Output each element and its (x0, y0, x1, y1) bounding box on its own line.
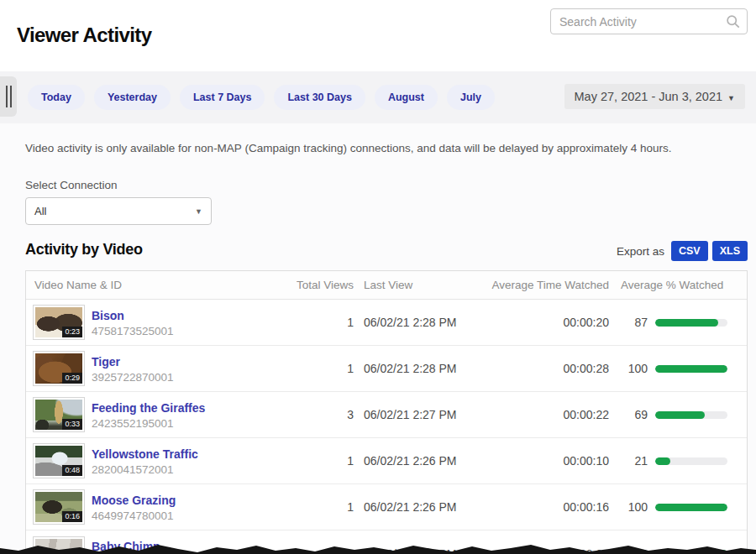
col-avg-time: Average Time Watched (466, 279, 609, 291)
section-title: Activity by Video (25, 241, 143, 258)
avg-time-watched-value: 00:00:05 (466, 547, 609, 554)
total-views-value: 3 (278, 408, 354, 421)
avg-time-watched-value: 00:00:20 (466, 316, 609, 329)
last-view-value: 06/02/21 2:28 PM (354, 316, 466, 329)
video-name-link[interactable]: Bison (92, 309, 124, 322)
search-box (550, 8, 748, 34)
pct-progress-track (655, 365, 727, 373)
video-thumbnail[interactable]: 0:16 (33, 489, 85, 525)
avg-pct-cell: 100 (609, 547, 735, 554)
date-filter-pills: TodayYesterdayLast 7 DaysLast 30 DaysAug… (28, 85, 495, 110)
pct-progress-fill (655, 550, 727, 554)
col-last-view: Last View (354, 279, 466, 291)
avg-pct-value: 100 (621, 362, 648, 375)
video-cell: 0:23 Bison 4758173525001 (26, 305, 278, 340)
total-views-value: 1 (278, 316, 354, 329)
last-view-value: 06/02/21 2:28 PM (354, 362, 466, 375)
col-video-name: Video Name & ID (26, 279, 278, 291)
date-range-label: May 27, 2021 - Jun 3, 2021 (575, 90, 723, 103)
pct-progress-track (655, 504, 727, 511)
avg-time-watched-value: 00:00:28 (466, 362, 609, 375)
avg-pct-cell: 69 (609, 408, 735, 421)
video-thumbnail[interactable]: 0:48 (33, 443, 85, 478)
video-thumbnail[interactable] (33, 536, 85, 554)
video-id: 4758173525001 (92, 325, 174, 337)
pct-progress-fill (655, 457, 670, 465)
chevron-down-icon: ▼ (727, 94, 735, 102)
date-range-selector[interactable]: May 27, 2021 - Jun 3, 2021▼ (564, 84, 745, 109)
delay-notice-text: Video activity is only available for non… (25, 142, 671, 154)
pct-progress-fill (655, 411, 705, 419)
filter-pill-last-30-days[interactable]: Last 30 Days (274, 85, 365, 110)
thumbnail-image (35, 539, 82, 554)
filter-pill-last-7-days[interactable]: Last 7 Days (180, 85, 265, 110)
table-row: 0:16 Moose Grazing 4649974780001 1 06/02… (26, 484, 747, 530)
export-csv-button[interactable]: CSV (671, 241, 708, 261)
video-cell: 0:48 Yellowstone Traffic 2820041572001 (26, 443, 278, 478)
pct-progress-fill (655, 365, 727, 373)
page-title: Viewer Activity (17, 24, 151, 47)
video-id: 3925722870001 (92, 371, 174, 384)
avg-pct-value: 100 (621, 547, 648, 554)
filter-pill-today[interactable]: Today (28, 85, 85, 110)
avg-time-watched-value: 00:00:22 (466, 408, 609, 421)
connection-select[interactable]: All ▼ (25, 197, 212, 225)
pct-progress-track (655, 411, 727, 419)
search-icon[interactable] (726, 14, 740, 29)
search-input[interactable] (550, 8, 748, 34)
main-content: Video activity is only available for non… (0, 123, 756, 554)
duration-badge: 0:29 (62, 373, 82, 384)
pct-progress-fill (655, 319, 718, 327)
video-id: 2423552195001 (92, 417, 205, 430)
video-thumbnail[interactable]: 0:23 (33, 305, 85, 340)
video-name-link[interactable]: Tiger (92, 355, 120, 368)
avg-pct-cell: 87 (609, 316, 735, 329)
pct-progress-track (655, 550, 727, 554)
chevron-down-icon: ▼ (195, 207, 202, 216)
table-row: 0:33 Feeding the Giraffes 2423552195001 … (26, 392, 747, 438)
col-avg-pct: Average % Watched (609, 279, 735, 291)
video-name-link[interactable]: Moose Grazing (92, 494, 176, 507)
table-row: 0:29 Tiger 3925722870001 1 06/02/21 2:28… (26, 346, 747, 392)
export-xls-button[interactable]: XLS (712, 241, 748, 261)
filter-pill-july[interactable]: July (447, 85, 495, 110)
video-cell: 0:33 Feeding the Giraffes 2423552195001 (26, 397, 278, 432)
last-view-value: 06/02/21 2:26 PM (354, 500, 466, 514)
video-thumbnail[interactable]: 0:29 (33, 351, 85, 386)
export-controls: Export as CSV XLS (617, 241, 748, 261)
video-name-link[interactable]: Baby Chimp (92, 540, 160, 553)
top-header: Viewer Activity (0, 0, 756, 71)
select-connection-label: Select Connection (25, 179, 118, 191)
pct-progress-track (655, 319, 727, 327)
avg-pct-cell: 21 (609, 454, 735, 468)
activity-table: Video Name & ID Total Views Last View Av… (25, 270, 748, 554)
duration-badge: 0:16 (62, 511, 82, 522)
video-cell: 0:29 Tiger 3925722870001 (26, 351, 278, 386)
duration-badge: 0:33 (62, 419, 82, 430)
video-cell: 0:16 Moose Grazing 4649974780001 (26, 489, 278, 525)
video-name-link[interactable]: Feeding the Giraffes (92, 401, 205, 415)
table-header-row: Video Name & ID Total Views Last View Av… (26, 271, 747, 300)
pct-progress-track (655, 457, 727, 465)
col-total-views: Total Views (278, 279, 354, 291)
export-as-label: Export as (617, 245, 664, 258)
video-thumbnail[interactable]: 0:33 (33, 397, 85, 432)
video-id: 4649974780001 (92, 510, 176, 522)
filter-pill-yesterday[interactable]: Yesterday (94, 85, 171, 110)
pct-progress-fill (655, 504, 727, 511)
total-views-value: 1 (278, 547, 354, 554)
video-cell: Baby Chimp 5263118111001 (26, 536, 278, 554)
table-body: 0:23 Bison 4758173525001 1 06/02/21 2:28… (26, 300, 747, 554)
filter-pill-august[interactable]: August (375, 85, 438, 110)
duration-badge: 0:23 (62, 327, 82, 337)
activity-section-header: Activity by Video Export as CSV XLS (25, 241, 748, 263)
avg-pct-value: 87 (621, 316, 648, 329)
total-views-value: 1 (278, 362, 354, 375)
table-row: Baby Chimp 5263118111001 1 06/02/21 2:25… (26, 530, 747, 554)
table-row: 0:48 Yellowstone Traffic 2820041572001 1… (26, 438, 747, 484)
last-view-value: 06/02/21 2:27 PM (354, 408, 466, 421)
avg-time-watched-value: 00:00:10 (466, 454, 609, 468)
total-views-value: 1 (278, 500, 354, 514)
video-name-link[interactable]: Yellowstone Traffic (92, 447, 198, 461)
sidebar-drawer-handle-icon[interactable] (0, 76, 17, 117)
